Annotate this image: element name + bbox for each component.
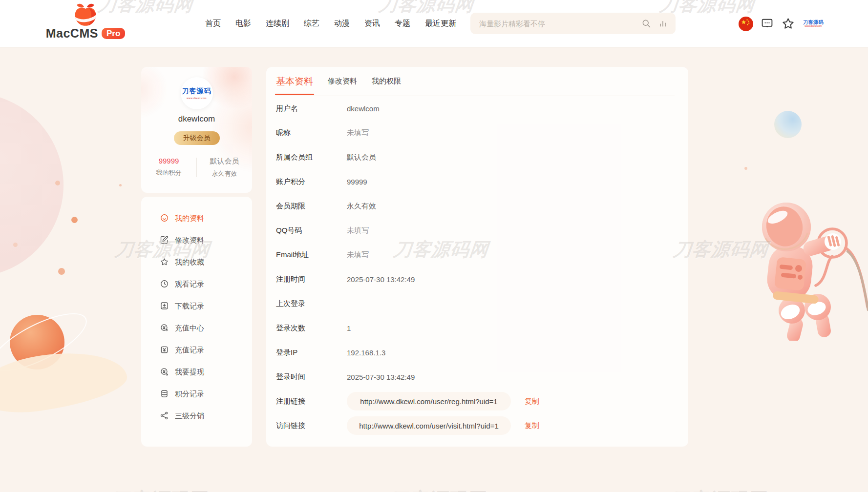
avatar-logo-text: 刀客源码 bbox=[182, 87, 212, 96]
detail-row: 所属会员组默认会员 bbox=[266, 145, 688, 169]
nav-item-5[interactable]: 资讯 bbox=[364, 19, 380, 29]
membership-stat: 默认会员 永久有效 bbox=[197, 157, 252, 178]
brand-name: MacCMS bbox=[46, 26, 98, 41]
avatar[interactable]: 刀客源码 www.dkewl.com bbox=[181, 77, 213, 109]
nav-item-0[interactable]: 首页 bbox=[205, 19, 221, 29]
detail-row: 上次登录 bbox=[266, 291, 688, 316]
detail-label: 所属会员组 bbox=[276, 153, 347, 162]
edit-icon bbox=[160, 235, 169, 246]
blue-planet-decoration bbox=[774, 111, 802, 138]
sidebar-item-3[interactable]: 观看记录 bbox=[141, 273, 252, 295]
sidebar-item-8[interactable]: 积分记录 bbox=[141, 383, 252, 405]
copy-button[interactable]: 复制 bbox=[525, 397, 539, 406]
detail-label: 用户名 bbox=[276, 104, 347, 113]
tab-1[interactable]: 修改资料 bbox=[328, 77, 357, 86]
points-value: 99999 bbox=[141, 157, 196, 165]
sidebar-item-7[interactable]: 我要提现 bbox=[141, 361, 252, 383]
detail-value: 192.168.1.3 bbox=[347, 348, 385, 357]
profile-smile-icon bbox=[160, 213, 169, 224]
nav-item-7[interactable]: 最近更新 bbox=[425, 19, 456, 29]
link-field[interactable]: http://www.dkewl.com/user/reg.html?uid=1 bbox=[347, 392, 511, 410]
sidebar-item-label: 下载记录 bbox=[175, 302, 204, 311]
points-stat: 99999 我的积分 bbox=[141, 157, 196, 178]
search-icon[interactable] bbox=[641, 19, 651, 28]
link-field[interactable]: http://www.dkewl.com/user/visit.html?uid… bbox=[347, 416, 511, 435]
dkewl-logo-url: www.dkewl.com bbox=[803, 25, 824, 28]
search-bar bbox=[470, 13, 676, 34]
nav-item-1[interactable]: 电影 bbox=[235, 19, 251, 29]
sidebar-item-1[interactable]: 修改资料 bbox=[141, 229, 252, 251]
detail-row: 用户名dkewlcom bbox=[266, 96, 688, 121]
detail-row: QQ号码未填写 bbox=[266, 218, 688, 243]
recharge-record-icon bbox=[160, 345, 169, 356]
user-center-menu: 我的资料修改资料我的收藏观看记录下载记录充值中心充值记录我要提现积分记录三级分销 bbox=[141, 197, 252, 447]
detail-row: 会员期限永久有效 bbox=[266, 194, 688, 218]
watermark-text: 刀客源码网 bbox=[387, 487, 485, 492]
detail-value: dkewlcom bbox=[347, 104, 380, 113]
nav-item-2[interactable]: 连续剧 bbox=[266, 19, 289, 29]
nav-item-3[interactable]: 综艺 bbox=[304, 19, 319, 29]
watermark-text: 刀客源码网 bbox=[108, 487, 206, 492]
detail-value: 永久有效 bbox=[347, 202, 376, 211]
page: MacCMS Pro 首页电影连续剧综艺动漫资讯专题最近更新 bbox=[0, 0, 868, 492]
share-icon bbox=[160, 411, 169, 422]
sidebar-item-label: 修改资料 bbox=[175, 236, 204, 245]
sidebar-item-label: 我的资料 bbox=[175, 214, 204, 223]
detail-row: 注册链接http://www.dkewl.com/user/reg.html?u… bbox=[266, 389, 688, 413]
profile-tabs: 基本资料修改资料我的权限 bbox=[276, 67, 675, 96]
tab-2[interactable]: 我的权限 bbox=[372, 77, 401, 86]
detail-label: 会员期限 bbox=[276, 202, 347, 211]
detail-label: 登录IP bbox=[276, 348, 347, 357]
sidebar-item-label: 积分记录 bbox=[175, 390, 204, 399]
favorites-icon[interactable] bbox=[781, 17, 795, 31]
site-logo[interactable]: MacCMS Pro bbox=[49, 2, 122, 41]
sidebar-item-6[interactable]: 充值记录 bbox=[141, 339, 252, 361]
detail-row: Email地址未填写 bbox=[266, 243, 688, 267]
detail-value: 未填写 bbox=[347, 226, 369, 235]
pro-badge: Pro bbox=[102, 28, 125, 39]
copy-button[interactable]: 复制 bbox=[525, 421, 539, 430]
profile-detail-card: 基本资料修改资料我的权限 用户名dkewlcom昵称未填写所属会员组默认会员账户… bbox=[266, 67, 688, 447]
sidebar-item-label: 充值中心 bbox=[175, 324, 204, 333]
tab-0[interactable]: 基本资料 bbox=[276, 75, 313, 88]
nav-item-6[interactable]: 专题 bbox=[395, 19, 410, 29]
detail-row: 账户积分99999 bbox=[266, 169, 688, 194]
search-input[interactable] bbox=[478, 19, 635, 28]
sidebar-item-4[interactable]: 下载记录 bbox=[141, 295, 252, 317]
detail-row: 登录次数1 bbox=[266, 316, 688, 340]
sidebar-item-9[interactable]: 三级分销 bbox=[141, 405, 252, 427]
recharge-center-icon bbox=[160, 323, 169, 334]
nav-item-4[interactable]: 动漫 bbox=[334, 19, 350, 29]
detail-value: 未填写 bbox=[347, 128, 369, 138]
detail-row: 登录IP192.168.1.3 bbox=[266, 340, 688, 365]
profile-stats: 99999 我的积分 默认会员 永久有效 bbox=[141, 157, 252, 178]
star-icon bbox=[160, 257, 169, 268]
sidebar-item-label: 充值记录 bbox=[175, 346, 204, 355]
site-header: MacCMS Pro 首页电影连续剧综艺动漫资讯专题最近更新 bbox=[0, 0, 868, 47]
withdraw-icon bbox=[160, 367, 169, 378]
ranking-icon[interactable] bbox=[658, 19, 668, 28]
detail-label: 上次登录 bbox=[276, 299, 347, 308]
detail-value: 默认会员 bbox=[347, 153, 376, 162]
sidebar-item-2[interactable]: 我的收藏 bbox=[141, 251, 252, 273]
astronaut-illustration bbox=[743, 197, 868, 341]
membership-value: 默认会员 bbox=[197, 157, 252, 166]
sidebar-item-0[interactable]: 我的资料 bbox=[141, 207, 252, 229]
detail-label: QQ号码 bbox=[276, 226, 347, 235]
username: dkewlcom bbox=[141, 114, 252, 124]
sidebar-item-label: 我要提现 bbox=[175, 368, 204, 377]
detail-row: 昵称未填写 bbox=[266, 121, 688, 145]
dkewl-logo[interactable]: 刀客源码 www.dkewl.com bbox=[803, 20, 824, 28]
sidebar-item-label: 我的收藏 bbox=[175, 258, 204, 267]
detail-label: 注册时间 bbox=[276, 275, 347, 284]
upgrade-member-button[interactable]: 升级会员 bbox=[174, 131, 220, 145]
detail-row: 访问链接http://www.dkewl.com/user/visit.html… bbox=[266, 413, 688, 438]
watch-history-icon bbox=[160, 279, 169, 290]
sidebar-item-label: 观看记录 bbox=[175, 280, 204, 289]
sidebar-item-5[interactable]: 充值中心 bbox=[141, 317, 252, 339]
detail-label: 访问链接 bbox=[276, 421, 347, 430]
pink-circle-decoration bbox=[0, 93, 64, 277]
messages-icon[interactable] bbox=[761, 17, 774, 30]
avatar-logo-url: www.dkewl.com bbox=[187, 97, 207, 100]
china-flag-icon[interactable] bbox=[739, 17, 753, 31]
